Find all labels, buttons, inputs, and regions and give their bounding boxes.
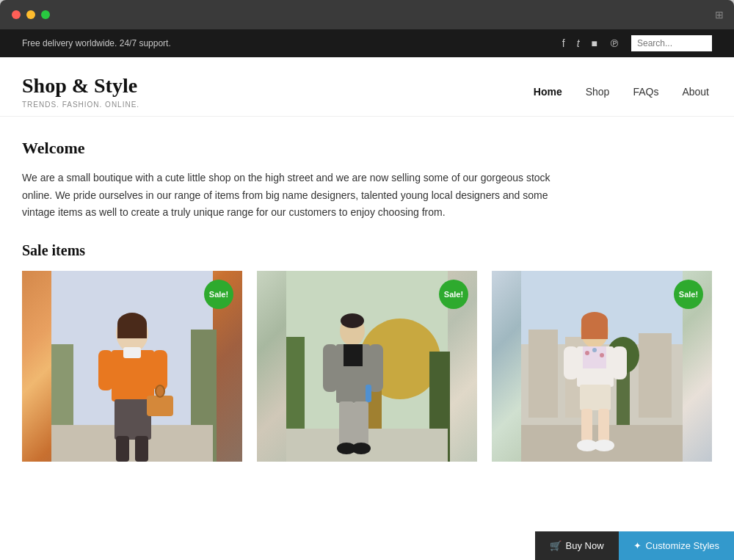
browser-chrome: ⊞	[0, 0, 734, 29]
svg-point-23	[341, 313, 364, 328]
svg-rect-10	[123, 347, 141, 358]
buy-now-label: Buy Now	[566, 540, 604, 551]
nav-item-shop[interactable]: Shop	[583, 84, 613, 99]
svg-rect-26	[323, 344, 338, 392]
product-card-1[interactable]: Sale!	[22, 271, 242, 462]
svg-rect-52	[581, 409, 592, 442]
twitter-icon[interactable]: t	[577, 37, 580, 49]
svg-rect-43	[581, 321, 608, 339]
svg-rect-27	[368, 344, 383, 392]
buy-now-button[interactable]: 🛒 Buy Now	[535, 531, 619, 560]
customize-styles-button[interactable]: ✦ Customize Styles	[619, 531, 734, 560]
svg-rect-12	[116, 436, 129, 462]
sale-badge-2: Sale!	[439, 280, 468, 309]
nav-item-home[interactable]: Home	[531, 84, 565, 99]
announcement-text: Free delivery worldwide. 24/7 support.	[22, 38, 171, 48]
traffic-light-red[interactable]	[12, 10, 21, 19]
svg-rect-53	[598, 409, 609, 442]
traffic-light-yellow[interactable]	[26, 10, 35, 19]
svg-rect-51	[580, 385, 611, 410]
svg-rect-9	[153, 350, 167, 390]
svg-rect-28	[366, 385, 371, 402]
svg-point-55	[594, 440, 614, 451]
customize-styles-label: Customize Styles	[646, 540, 719, 551]
product-card-3[interactable]: Sale!	[492, 271, 712, 462]
svg-rect-6	[117, 324, 147, 338]
pinterest-icon[interactable]: ℗	[609, 37, 619, 50]
site-title-block: Shop & Style TRENDS. FASHION. ONLINE.	[22, 75, 139, 109]
svg-rect-50	[612, 346, 627, 379]
sale-section: Sale items	[22, 242, 712, 462]
sale-badge-1: Sale!	[204, 280, 233, 309]
instagram-icon[interactable]: ■	[592, 37, 597, 49]
cart-icon: 🛒	[550, 540, 562, 551]
site-header: Shop & Style TRENDS. FASHION. ONLINE. Ho…	[0, 57, 734, 117]
top-bar-right: f t ■ ℗	[562, 35, 712, 51]
welcome-text: We are a small boutique with a cute litt…	[22, 170, 550, 222]
top-bar: Free delivery worldwide. 24/7 support. f…	[0, 29, 734, 57]
wand-icon: ✦	[633, 540, 642, 551]
traffic-light-green[interactable]	[41, 10, 50, 19]
svg-rect-30	[354, 401, 368, 446]
svg-point-15	[156, 385, 164, 397]
svg-rect-35	[528, 330, 558, 418]
nav-item-about[interactable]: About	[679, 84, 712, 99]
nav-item-faqs[interactable]: FAQs	[630, 84, 661, 99]
svg-point-47	[592, 348, 597, 352]
svg-rect-14	[147, 396, 173, 416]
sale-badge-3: Sale!	[674, 280, 703, 309]
svg-rect-49	[564, 346, 578, 379]
product-card-2[interactable]: Sale!	[257, 271, 477, 462]
product-grid: Sale!	[22, 271, 712, 462]
svg-point-32	[352, 443, 371, 454]
svg-rect-25	[344, 344, 363, 366]
svg-rect-13	[135, 436, 148, 462]
svg-rect-29	[339, 401, 354, 446]
welcome-heading: Welcome	[22, 139, 712, 158]
svg-rect-37	[639, 333, 672, 418]
page-body: Welcome We are a small boutique with a c…	[0, 117, 734, 476]
site-nav: Home Shop FAQs About	[531, 84, 712, 99]
action-bar: 🛒 Buy Now ✦ Customize Styles	[535, 531, 734, 560]
site-tagline: TRENDS. FASHION. ONLINE.	[22, 101, 139, 109]
svg-rect-8	[98, 350, 113, 390]
main-content: Shop & Style TRENDS. FASHION. ONLINE. Ho…	[0, 57, 734, 560]
facebook-icon[interactable]: f	[562, 37, 565, 49]
svg-point-48	[600, 353, 604, 357]
browser-expand-icon[interactable]: ⊞	[715, 9, 724, 21]
search-input[interactable]	[631, 35, 712, 51]
svg-point-46	[585, 351, 589, 355]
sale-heading: Sale items	[22, 242, 712, 259]
svg-rect-11	[115, 399, 151, 440]
site-title: Shop & Style	[22, 75, 139, 98]
